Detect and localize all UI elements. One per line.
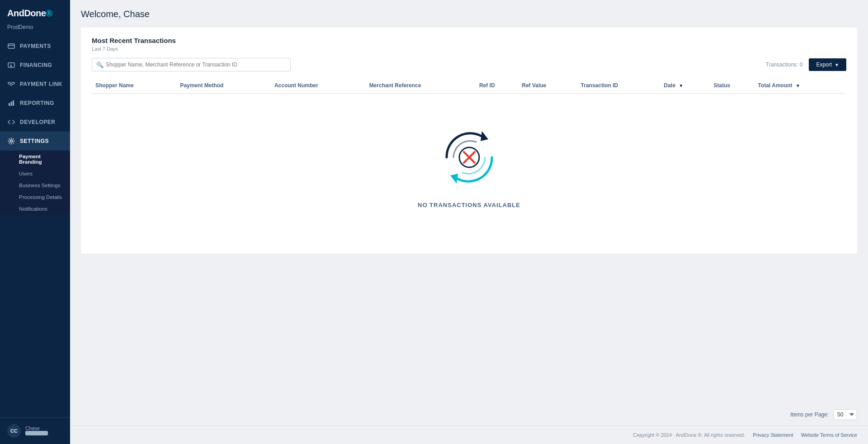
empty-state: NO TRANSACTIONS AVAILABLE	[92, 94, 846, 245]
items-per-page-select[interactable]: 50 25 100	[833, 409, 857, 420]
settings-label: SETTINGS	[20, 138, 49, 144]
svg-marker-8	[481, 131, 488, 141]
sidebar-item-users[interactable]: Users	[0, 168, 70, 179]
sidebar: AndDone® ProdDemo PAYMENTS $ FINANCING	[0, 0, 70, 444]
items-per-page-label: Items per Page:	[790, 411, 829, 418]
transactions-card: Most Recent Transactions Last 7 Days 🔍 T…	[81, 28, 857, 254]
search-icon: 🔍	[96, 61, 104, 68]
page-title: Welcome, Chase	[81, 9, 857, 19]
gear-icon	[7, 137, 15, 145]
chevron-down-icon: ▼	[835, 62, 839, 67]
svg-text:$: $	[10, 64, 12, 68]
svg-marker-9	[450, 174, 458, 184]
col-payment-method[interactable]: Payment Method	[176, 78, 270, 94]
no-transactions-icon	[433, 121, 505, 194]
col-total-amount[interactable]: Total Amount ▼	[755, 78, 846, 94]
svg-rect-4	[9, 103, 10, 106]
credit-card-icon	[7, 42, 15, 50]
col-status[interactable]: Status	[710, 78, 755, 94]
col-account-number[interactable]: Account Number	[271, 78, 366, 94]
sidebar-item-payment-branding[interactable]: Payment Branding	[0, 151, 70, 168]
export-area: Transactions: 0 Export ▼	[766, 58, 846, 71]
search-wrapper: 🔍	[92, 58, 291, 71]
dollar-icon: $	[7, 61, 15, 69]
logo-brand: AndDone	[7, 8, 46, 18]
transactions-count: Transactions: 0	[766, 61, 803, 68]
bar-chart-icon	[7, 99, 15, 107]
main-content: Welcome, Chase Most Recent Transactions …	[70, 0, 868, 444]
col-ref-id[interactable]: Ref ID	[476, 78, 518, 94]
reporting-label: REPORTING	[20, 100, 54, 106]
payment-link-label: PAYMENT LINK	[20, 81, 62, 87]
card-title: Most Recent Transactions	[92, 37, 846, 44]
sidebar-item-processing-details[interactable]: Processing Details	[0, 191, 70, 203]
amount-sort-icon: ▼	[796, 83, 800, 88]
content-area: Welcome, Chase Most Recent Transactions …	[70, 0, 868, 404]
payments-label: PAYMENTS	[20, 43, 51, 49]
sidebar-item-notifications[interactable]: Notifications	[0, 203, 70, 215]
logo-dot: ®	[46, 8, 52, 18]
sidebar-item-reporting[interactable]: REPORTING	[0, 94, 70, 113]
col-ref-value[interactable]: Ref Value	[518, 78, 577, 94]
sidebar-item-business-settings[interactable]: Business Settings	[0, 179, 70, 191]
pagination-bar: Items per Page: 50 25 100	[70, 404, 868, 425]
sidebar-item-settings[interactable]: SETTINGS	[0, 132, 70, 151]
code-icon	[7, 118, 15, 126]
footer-name: Chase	[25, 425, 63, 436]
date-sort-icon: ▼	[679, 83, 684, 88]
sidebar-item-financing[interactable]: $ FINANCING	[0, 56, 70, 75]
svg-rect-6	[13, 100, 14, 106]
developer-label: DEVELOPER	[20, 119, 56, 125]
col-transaction-id[interactable]: Transaction ID	[577, 78, 660, 94]
sidebar-item-developer[interactable]: DEVELOPER	[0, 113, 70, 132]
financing-label: FINANCING	[20, 62, 52, 68]
empty-text: NO TRANSACTIONS AVAILABLE	[418, 202, 520, 208]
settings-submenu: Payment Branding Users Business Settings…	[0, 151, 70, 215]
sidebar-item-payments[interactable]: PAYMENTS	[0, 37, 70, 56]
col-date[interactable]: Date ▼	[660, 78, 710, 94]
svg-rect-0	[8, 44, 14, 48]
link-icon	[7, 80, 15, 88]
sidebar-footer: CC Chase	[0, 417, 70, 444]
sidebar-logo: AndDone®	[0, 0, 70, 22]
page-footer: Copyright © 2024 · AndDone ®. All rights…	[70, 425, 868, 444]
footer-privacy-link[interactable]: Privacy Statement	[753, 432, 793, 438]
export-button[interactable]: Export ▼	[809, 58, 846, 71]
footer-redact	[25, 431, 48, 435]
search-input[interactable]	[92, 58, 291, 71]
col-merchant-reference[interactable]: Merchant Reference	[366, 78, 476, 94]
card-subtitle: Last 7 Days	[92, 46, 846, 52]
sidebar-nav: PAYMENTS $ FINANCING PAYMEN	[0, 37, 70, 417]
footer-copyright: Copyright © 2024 · AndDone ®. All rights…	[633, 432, 745, 438]
transactions-table: Shopper Name Payment Method Account Numb…	[92, 78, 846, 245]
footer-terms-link[interactable]: Website Terms of Service	[801, 432, 857, 438]
sidebar-item-payment-link[interactable]: PAYMENT LINK	[0, 75, 70, 94]
sidebar-account: ProdDemo	[0, 22, 70, 37]
avatar: CC	[7, 424, 21, 438]
col-shopper-name[interactable]: Shopper Name	[92, 78, 176, 94]
logo-text: AndDone®	[7, 8, 52, 18]
svg-rect-5	[11, 102, 12, 106]
svg-point-7	[10, 140, 13, 142]
search-export-row: 🔍 Transactions: 0 Export ▼	[92, 58, 846, 71]
